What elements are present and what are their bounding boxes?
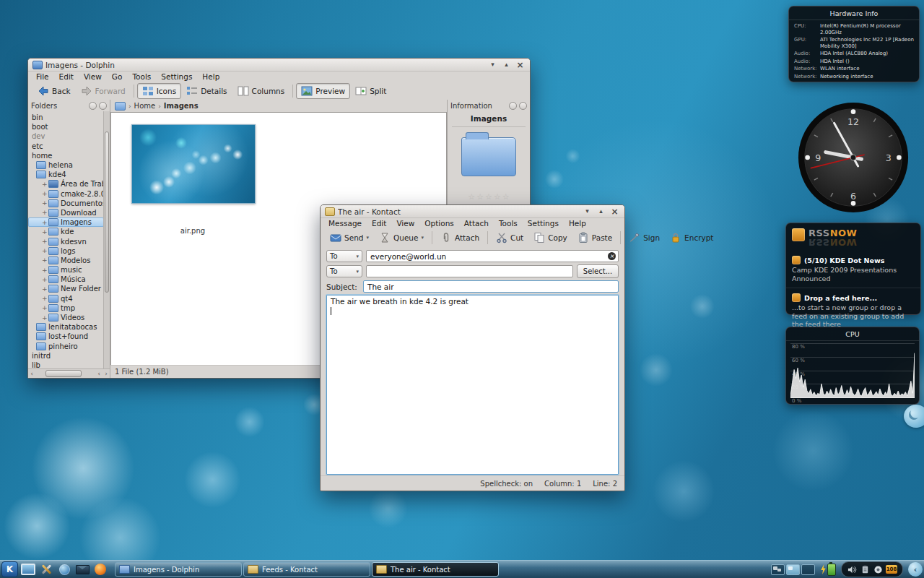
menu-item[interactable]: Tools: [494, 219, 523, 228]
columns-view-button[interactable]: Columns: [232, 83, 290, 99]
folder-tree-item[interactable]: lost+found: [28, 332, 104, 341]
tree-expander-icon[interactable]: [42, 199, 48, 207]
scrollbar-thumb[interactable]: [45, 370, 82, 377]
folder-tree-item[interactable]: cmake-2.8.0-Linu: [28, 189, 104, 199]
folder-tree-item[interactable]: Imagens: [28, 217, 104, 227]
folder-tree-item[interactable]: music: [28, 265, 104, 275]
forward-button[interactable]: Forward: [76, 83, 131, 99]
close-icon[interactable]: [609, 207, 620, 216]
folder-tree-item[interactable]: home: [28, 151, 104, 160]
tree-expander-icon[interactable]: [42, 314, 48, 322]
encrypt-button[interactable]: Encrypt: [665, 230, 718, 246]
panel-float-icon[interactable]: [509, 102, 517, 110]
to-type-combobox[interactable]: To: [326, 250, 362, 262]
tree-expander-icon[interactable]: [42, 190, 48, 197]
clear-field-icon[interactable]: ×: [608, 252, 616, 260]
back-button[interactable]: Back: [32, 83, 76, 99]
tree-expander-icon[interactable]: [42, 238, 48, 245]
folder-tree-item[interactable]: pinheiro: [28, 342, 104, 351]
folder-tree-item[interactable]: New Folder: [28, 284, 104, 293]
task-button[interactable]: Feeds - Kontact: [243, 562, 370, 577]
file-thumbnail-air-png[interactable]: [131, 124, 256, 204]
folders-vertical-scrollbar[interactable]: [103, 111, 110, 368]
preview-button[interactable]: Preview: [296, 83, 350, 99]
folder-tree-item[interactable]: kde4: [28, 170, 104, 179]
menu-item[interactable]: Tools: [127, 72, 156, 81]
sign-button[interactable]: Sign: [624, 230, 665, 246]
menu-item[interactable]: Edit: [367, 219, 391, 228]
icons-view-button[interactable]: Icons: [137, 83, 181, 99]
home-icon[interactable]: [115, 102, 126, 111]
folder-tree-item[interactable]: lenitatabocas: [28, 322, 104, 332]
tree-expander-icon[interactable]: [42, 304, 48, 311]
paste-button[interactable]: Paste: [572, 230, 617, 246]
copy-button[interactable]: Copy: [528, 230, 572, 246]
panel-close-icon[interactable]: [519, 102, 527, 110]
folder-tree-item[interactable]: lib: [28, 361, 104, 368]
task-button[interactable]: The air - Kontact: [372, 562, 499, 577]
folder-tree-item[interactable]: qt4: [28, 294, 104, 303]
desktop-toolbox-cashew[interactable]: [904, 405, 924, 428]
pager-desktop-2[interactable]: [786, 564, 800, 575]
calendar-badge[interactable]: 108: [886, 565, 897, 574]
show-desktop-launcher[interactable]: [20, 562, 36, 577]
folder-tree-item[interactable]: etc: [28, 142, 104, 151]
pager-desktop-3[interactable]: [801, 564, 815, 575]
minimize-icon[interactable]: [487, 60, 498, 69]
folder-tree-item[interactable]: Download: [28, 208, 104, 217]
to-input[interactable]: everyone@world.un ×: [366, 250, 619, 262]
send-button[interactable]: Send: [325, 230, 374, 246]
chat-icon[interactable]: [873, 564, 883, 574]
volume-icon[interactable]: [847, 564, 857, 574]
tree-expander-icon[interactable]: [42, 276, 48, 283]
folders-horizontal-scrollbar[interactable]: ‹ ‹ ›: [28, 368, 110, 378]
menu-item[interactable]: Settings: [523, 219, 564, 228]
folder-tree-item[interactable]: Área de Trabalho: [28, 179, 104, 189]
folder-tree-item[interactable]: Música: [28, 275, 104, 284]
folder-tree-item[interactable]: bin: [28, 113, 104, 122]
tree-expander-icon[interactable]: [42, 285, 48, 293]
scroll-right-icon[interactable]: ›: [103, 371, 110, 377]
scroll-left-icon[interactable]: ‹: [28, 371, 35, 377]
to-type-combobox[interactable]: To: [326, 265, 362, 277]
message-body-editor[interactable]: The air we breath in kde 4.2 is great: [326, 295, 619, 475]
menu-item[interactable]: Go: [107, 72, 128, 81]
folder-tree-item[interactable]: boot: [28, 122, 104, 131]
maximize-icon[interactable]: [501, 60, 512, 69]
tree-expander-icon[interactable]: [42, 247, 48, 254]
menu-item[interactable]: View: [391, 219, 419, 228]
scroll-left-icon[interactable]: ‹: [95, 371, 103, 377]
kde-menu-button[interactable]: [1, 561, 18, 577]
menu-item[interactable]: Message: [323, 219, 367, 228]
panel-toolbox-cashew[interactable]: [908, 562, 923, 577]
menu-item[interactable]: File: [31, 72, 54, 81]
close-icon[interactable]: [515, 60, 526, 69]
tree-expander-icon[interactable]: [42, 295, 48, 302]
menu-item[interactable]: Edit: [54, 72, 79, 81]
battery-indicator[interactable]: [820, 564, 836, 576]
folder-tree-item[interactable]: Modelos: [28, 256, 104, 265]
pager-desktop-1[interactable]: [771, 564, 785, 575]
minimize-icon[interactable]: [582, 207, 593, 216]
panel-float-icon[interactable]: [89, 102, 97, 110]
feed-item[interactable]: Drop a feed here... ...to start a new gr…: [786, 288, 920, 330]
tree-expander-icon[interactable]: [42, 267, 48, 274]
folder-tree-item[interactable]: dev: [28, 131, 104, 141]
tree-expander-icon[interactable]: [42, 209, 48, 216]
recipient-input-empty[interactable]: [366, 265, 573, 277]
menu-item[interactable]: Settings: [156, 72, 197, 81]
dropdown-icon[interactable]: [421, 235, 424, 241]
system-settings-launcher[interactable]: [38, 562, 54, 577]
menu-item[interactable]: Help: [564, 219, 591, 228]
folder-tree-item[interactable]: kde: [28, 227, 104, 236]
composer-titlebar[interactable]: The air - Kontact: [321, 205, 624, 218]
folder-tree-item[interactable]: Videos: [28, 313, 104, 322]
task-button[interactable]: Imagens - Dolphin: [115, 562, 242, 577]
subject-input[interactable]: The air: [363, 280, 619, 293]
menu-item[interactable]: View: [79, 72, 107, 81]
dolphin-titlebar[interactable]: Imagens - Dolphin: [28, 59, 530, 72]
folder-tree-item[interactable]: helena: [28, 160, 104, 170]
folder-tree-item[interactable]: Documentos: [28, 199, 104, 208]
cut-button[interactable]: Cut: [491, 230, 528, 246]
feed-item[interactable]: (5/10) KDE Dot News Camp KDE 2009 Presen…: [786, 253, 920, 284]
